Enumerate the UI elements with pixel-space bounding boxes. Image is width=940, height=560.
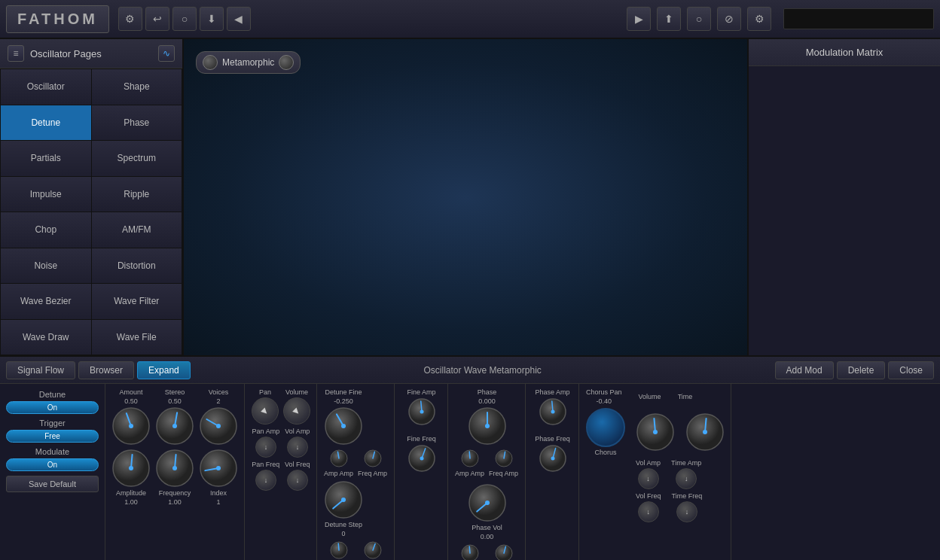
fine-amp-col: Fine Amp [401, 388, 441, 426]
vol-amp-label: Vol Amp [285, 428, 310, 435]
stereo-knob[interactable] [155, 406, 194, 446]
vol-freq-label: Vol Freq [285, 461, 310, 468]
phase-freq-freq-knob[interactable] [494, 543, 514, 560]
bypass-button[interactable]: ⊘ [717, 7, 741, 31]
nav-partials[interactable]: Partials [1, 141, 91, 176]
detune-toggle[interactable]: On [6, 401, 99, 414]
nav-spectrum[interactable]: Spectrum [92, 141, 182, 176]
nav-ripple[interactable]: Ripple [92, 177, 182, 212]
vol-freq-knob2[interactable]: ↓ [638, 501, 659, 522]
add-mod-button[interactable]: Add Mod [775, 361, 834, 379]
record-button[interactable]: ○ [687, 7, 711, 31]
amount-label: Amount [119, 388, 142, 396]
vol-amp-knob2[interactable]: ↓ [638, 468, 659, 489]
detune-freq-amp-knob[interactable] [363, 449, 383, 468]
detune-amp-freq-knob[interactable] [329, 540, 349, 560]
chorus-vol-col: Volume [639, 393, 661, 400]
amplitude-label: Amplitude [116, 489, 146, 497]
metamorphic-right-knob[interactable] [279, 55, 294, 70]
expand-button[interactable]: Expand [137, 361, 191, 379]
pan-knob[interactable] [252, 397, 279, 425]
nav-detune[interactable]: Detune [1, 105, 91, 141]
phase-vol-knob[interactable] [468, 483, 507, 522]
chorus-vol-knob[interactable] [636, 412, 675, 452]
detune-amp-amp-knob[interactable] [329, 449, 349, 468]
upload-button[interactable]: ⬆ [657, 7, 681, 31]
nav-wave-filter[interactable]: Wave Filter [92, 284, 182, 319]
detune-freq-row: Amp Freq Freq Freq [324, 540, 388, 560]
pan-vol-labels: Pan Volume [252, 388, 310, 425]
index-knob[interactable] [199, 449, 238, 488]
knob-sections: Amount 0.50 Stereo 0.50 [105, 384, 940, 560]
nav-phase[interactable]: Phase [92, 105, 182, 141]
voices-value: 2 [216, 397, 220, 405]
nav-wave-draw[interactable]: Wave Draw [1, 320, 91, 355]
voices-knob[interactable] [199, 406, 238, 446]
reset-button[interactable]: ○ [172, 7, 197, 31]
frequency-knob[interactable] [155, 449, 194, 488]
phase-amp-amp-knob[interactable] [460, 449, 480, 468]
trigger-label: Trigger [6, 418, 99, 428]
nav-wave-bezier[interactable]: Wave Bezier [1, 284, 91, 319]
fine-amp-knob[interactable] [407, 397, 436, 426]
pan-freq-col: Pan Freq ↓ [252, 461, 279, 491]
phase-vol-value: 0.00 [481, 533, 494, 540]
app-logo: FATHOM [6, 5, 109, 33]
delete-button[interactable]: Delete [837, 361, 886, 379]
nav-amfm[interactable]: AM/FM [92, 212, 182, 248]
phase-knob[interactable] [468, 406, 507, 446]
detune-fine-knob[interactable] [324, 406, 363, 446]
metamorphic-control[interactable]: Metamorphic [196, 51, 301, 74]
save-default-button[interactable]: Save Default [6, 476, 99, 492]
svg-point-37 [653, 430, 658, 434]
chorus-main-knob[interactable] [586, 408, 625, 447]
chorus-vol-knob-col [636, 412, 675, 452]
save-button[interactable]: ⬇ [200, 7, 224, 31]
undo-button[interactable]: ↩ [145, 7, 169, 31]
phase-amp-knob2[interactable] [539, 397, 567, 426]
play-button[interactable]: ▶ [627, 7, 651, 31]
vol-freq-knob[interactable]: ↓ [287, 470, 308, 491]
wave-icon[interactable]: ∿ [158, 45, 175, 62]
back-button[interactable]: ◀ [227, 7, 251, 31]
phase-freq-knob2[interactable] [539, 444, 567, 473]
nav-noise[interactable]: Noise [1, 248, 91, 284]
trigger-toggle[interactable]: Free [6, 430, 99, 443]
phase-amp-freq-knob[interactable] [460, 543, 480, 560]
svg-point-3 [172, 424, 177, 428]
amount-knob[interactable] [111, 406, 151, 446]
chorus-pan-col: Chorus Pan -0.40 [586, 388, 622, 405]
settings-button[interactable]: ⚙ [118, 7, 142, 31]
time-freq-knob[interactable]: ↓ [676, 501, 697, 522]
nav-shape[interactable]: Shape [92, 69, 182, 105]
vol-amp-col2: Vol Amp ↓ [636, 459, 661, 489]
time-amp-knob[interactable]: ↓ [676, 468, 697, 489]
phase-freq-amp-knob[interactable] [494, 449, 514, 468]
nav-oscillator[interactable]: Oscillator [1, 69, 91, 105]
nav-distortion[interactable]: Distortion [92, 248, 182, 284]
pan-freq-knob[interactable]: ↓ [255, 470, 276, 491]
detune-freq-freq-knob[interactable] [363, 540, 383, 560]
fine-freq-knob[interactable] [407, 444, 436, 473]
modulate-toggle[interactable]: On [6, 458, 99, 471]
browser-button[interactable]: Browser [78, 361, 134, 379]
vol-amp-label2: Vol Amp [636, 459, 661, 467]
nav-chop[interactable]: Chop [1, 212, 91, 248]
chorus-time-label: Time [678, 393, 693, 400]
metamorphic-left-knob[interactable] [203, 55, 218, 70]
signal-flow-button[interactable]: Signal Flow [6, 361, 75, 379]
menu-icon[interactable]: ≡ [8, 45, 24, 62]
detune-step-knob[interactable] [324, 480, 363, 519]
nav-wave-file[interactable]: Wave File [92, 320, 182, 355]
volume-knob[interactable] [283, 397, 310, 425]
vol-amp-knob[interactable]: ↓ [287, 437, 308, 458]
config-button[interactable]: ⚙ [747, 7, 771, 31]
phase-amp-row2: Amp Amp Freq Amp [455, 449, 519, 477]
nav-impulse[interactable]: Impulse [1, 177, 91, 212]
amplitude-knob[interactable] [111, 449, 151, 488]
pan-amp-knob[interactable]: ↓ [255, 437, 276, 458]
close-button[interactable]: Close [888, 361, 934, 379]
knob-group-pan: Pan Volume Pan Amp ↓ [246, 384, 317, 560]
detune-fine-value: -0.250 [334, 397, 353, 405]
chorus-time-knob[interactable] [685, 412, 725, 452]
